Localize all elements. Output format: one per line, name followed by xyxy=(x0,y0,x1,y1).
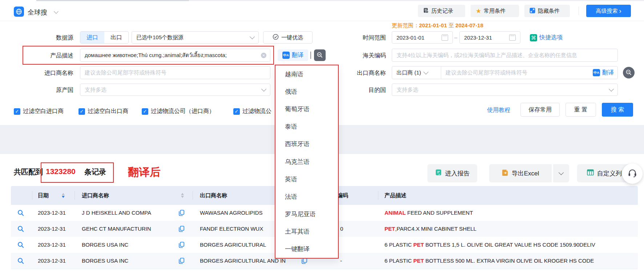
cell-importer: BORGES USA INC xyxy=(82,253,128,269)
translate-icon: 中A xyxy=(282,52,290,59)
header-product-desc: 产品描述 xyxy=(385,186,406,205)
history-button[interactable]: 历史记录 xyxy=(418,5,465,17)
filter-checkbox-item: ✓ 过滤物流公司（进口商） xyxy=(142,108,215,115)
sort-desc-icon xyxy=(181,196,184,198)
custom-columns-label: 自定义列 xyxy=(597,169,622,178)
export-excel-button[interactable]: 导出Excel xyxy=(489,164,552,182)
search-button[interactable]: 搜 索 xyxy=(602,103,633,117)
hs-code-input[interactable]: 支持4位以上海关编码，或2位海关编码加上产品描述、企业名称的任意信息 xyxy=(392,49,618,62)
cell-product-desc: ANIMAL FEED AND SUPPLEMENT xyxy=(385,205,473,221)
arrow-right-icon: › xyxy=(619,8,621,14)
enter-report-button[interactable]: 进入报告 xyxy=(427,164,477,182)
copy-icon[interactable] xyxy=(179,258,184,266)
save-common-button[interactable]: 保存常用 xyxy=(520,103,560,117)
enter-report-label: 进入报告 xyxy=(445,169,470,178)
sort-asc-icon xyxy=(181,193,184,195)
export-options-button[interactable] xyxy=(552,164,569,182)
language-option[interactable]: 法语 xyxy=(275,188,338,205)
language-option[interactable]: 一键翻译 xyxy=(275,240,338,258)
datasource-select[interactable]: 已选中105个数据源 xyxy=(132,31,259,44)
cell-date: 2023-12-31 xyxy=(38,205,66,221)
cell-date: 2023-12-31 xyxy=(38,253,66,269)
dest-country-input[interactable]: 支持多选 xyxy=(392,84,618,96)
exporter-type-select[interactable]: 出口商 (1) xyxy=(392,66,441,79)
language-option[interactable]: 土耳其语 xyxy=(275,223,338,240)
origin-country-label: 原产国 xyxy=(15,86,73,94)
one-click-optimize-button[interactable]: 一键优选 xyxy=(263,31,313,44)
checkbox-label: 过滤空白进口商 xyxy=(23,108,64,115)
command-icon: ⌘ xyxy=(530,34,537,41)
sort-date[interactable] xyxy=(62,193,65,198)
hide-conditions-button[interactable]: 隐藏条件 xyxy=(524,5,570,17)
cell-date: 2023-12-31 xyxy=(38,237,66,253)
product-desc-input[interactable]: домашнее животное;Thú cưng.;animal;สัตว์… xyxy=(80,49,270,62)
importer-label: 进口商名称 xyxy=(15,69,73,77)
language-option[interactable]: 西班牙语 xyxy=(275,136,338,153)
calendar-icon xyxy=(509,35,516,41)
copy-icon[interactable] xyxy=(179,210,184,218)
language-option[interactable]: 英语 xyxy=(275,170,338,188)
datasource-selected-value: 已选中105个数据源 xyxy=(136,34,184,41)
match-count-prefix: 共匹配到 xyxy=(14,167,43,177)
checkbox-checked-icon[interactable]: ✓ xyxy=(142,108,148,115)
tab-export[interactable]: 出口 xyxy=(104,32,128,43)
date-to-input[interactable]: 2023-12-31 xyxy=(459,31,520,44)
chevron-down-icon xyxy=(250,34,255,39)
quick-options-link[interactable]: ⌘ 快捷选项 xyxy=(530,34,563,41)
language-option[interactable]: 越南语 xyxy=(275,65,338,83)
calendar-icon xyxy=(442,35,448,41)
exporter-placeholder: 建议去除公司尾部字符或特殊符号 xyxy=(441,69,593,76)
reset-button[interactable]: 重 置 xyxy=(565,103,596,117)
product-desc-value: домашнее животное;Thú cưng.;animal;สัตว์… xyxy=(85,51,261,60)
checkbox-checked-icon[interactable]: ✓ xyxy=(79,108,85,115)
checkbox-checked-icon[interactable]: ✓ xyxy=(14,108,20,115)
cell-hs-code: - xyxy=(340,253,342,269)
exporter-type-value: 出口商 (1) xyxy=(397,69,421,76)
origin-country-input[interactable]: 支持多选 xyxy=(80,84,270,96)
language-option[interactable]: 乌克兰语 xyxy=(275,153,338,170)
report-icon xyxy=(435,169,442,178)
customer-service-button[interactable] xyxy=(622,163,643,184)
sort-importer[interactable] xyxy=(181,193,184,198)
time-range-label: 时间范围 xyxy=(327,34,386,42)
toolbar-divider xyxy=(579,7,579,15)
translate-language-menu: 越南语俄语葡萄牙语泰语西班牙语乌克兰语英语法语罗马尼亚语土耳其语一键翻译 xyxy=(275,65,339,259)
filter-checkbox-item: ✓ 过滤空白进口商 xyxy=(14,108,64,115)
copy-icon[interactable] xyxy=(302,258,307,266)
update-range-to-word: 至 xyxy=(448,22,454,28)
cell-importer: GEHC CT MANUFACTURIN xyxy=(82,221,151,237)
language-option[interactable]: 泰语 xyxy=(275,118,338,136)
trade-direction-tabs: 进口 出口 xyxy=(80,31,129,44)
tutorial-link[interactable]: 使用教程 xyxy=(487,106,510,114)
row-detail-search-icon[interactable] xyxy=(17,258,24,266)
row-detail-search-icon[interactable] xyxy=(17,226,24,234)
row-detail-search-icon[interactable] xyxy=(17,210,24,218)
tab-import[interactable]: 进口 xyxy=(80,32,104,43)
language-option[interactable]: 俄语 xyxy=(275,83,338,100)
favorites-button[interactable]: ★ 常用条件 xyxy=(471,5,519,17)
clear-icon[interactable]: ✕ xyxy=(261,53,266,58)
text-cursor xyxy=(310,52,311,59)
copy-icon[interactable] xyxy=(179,242,184,250)
date-from-input[interactable]: 2023-01-01 xyxy=(392,31,453,44)
importer-placeholder: 建议去除公司尾部字符或特殊符号 xyxy=(85,69,166,76)
app-switcher-chevron-icon[interactable] xyxy=(54,9,59,14)
checkbox-checked-icon[interactable]: ✓ xyxy=(233,108,240,115)
chevron-down-icon xyxy=(423,69,428,74)
translate-button[interactable]: 中A 翻译 xyxy=(278,49,308,61)
copy-icon[interactable] xyxy=(179,226,184,234)
exporter-translate-button[interactable]: 中A 翻译 xyxy=(593,69,617,77)
cell-exporter: WAWASAN AGROLIPIDS xyxy=(200,205,263,221)
language-option[interactable]: 葡萄牙语 xyxy=(275,100,338,118)
cell-product-desc: 6 PLASTIC PET BOTTLES 1,5 L. OLIVE OIL G… xyxy=(385,237,595,253)
smart-search-icon[interactable] xyxy=(623,67,635,78)
optimize-label: 一键优选 xyxy=(281,34,303,41)
cell-exporter: BORGES AGRICULTURAL xyxy=(200,237,266,253)
importer-input[interactable]: 建议去除公司尾部字符或特殊符号 xyxy=(80,66,270,79)
language-option[interactable]: 罗马尼亚语 xyxy=(275,206,338,223)
quick-options-label: 快捷选项 xyxy=(539,34,563,41)
advanced-search-button[interactable]: 高级搜索 › xyxy=(586,5,631,17)
filter-checkbox-item: ✓ 过滤物流公 xyxy=(233,108,271,115)
smart-search-icon[interactable] xyxy=(314,49,326,61)
row-detail-search-icon[interactable] xyxy=(17,242,24,250)
